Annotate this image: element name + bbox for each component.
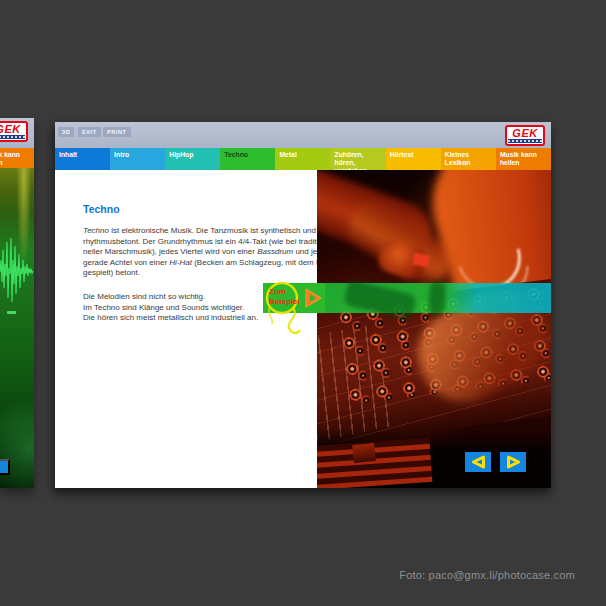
right-arrow-icon bbox=[505, 455, 522, 469]
tab-hoertest[interactable]: Hörtest bbox=[386, 148, 441, 170]
next-page-button[interactable] bbox=[500, 452, 526, 472]
previous-page-button[interactable] bbox=[465, 452, 491, 472]
paragraph-techno-description: Techno ist elektronische Musik. Die Tanz… bbox=[83, 226, 330, 279]
tab-bar: Inhalt Intro HipHop Techno Metal Zuhören… bbox=[55, 148, 551, 170]
gek-logo: GEK bbox=[0, 121, 28, 142]
gek-logo: GEK bbox=[505, 125, 545, 146]
page-content: Techno Techno ist elektronische Musik. D… bbox=[55, 170, 551, 488]
play-icon bbox=[302, 287, 324, 309]
exit-button[interactable]: EXIT bbox=[78, 127, 101, 137]
tab-techno-active[interactable]: Techno bbox=[220, 148, 275, 170]
print-button[interactable]: PRINT bbox=[103, 127, 131, 137]
app-window: 3D EXIT PRINT GEK Inhalt Intro HipHop Te… bbox=[55, 122, 551, 488]
green-color-band bbox=[317, 283, 551, 313]
tab-inhalt[interactable]: Inhalt bbox=[55, 148, 110, 170]
dj-mixer-photo bbox=[317, 170, 551, 488]
background-window-titlebar: GEK bbox=[0, 118, 34, 148]
waveform-graphic bbox=[0, 230, 34, 320]
background-page-photo bbox=[0, 168, 34, 488]
gek-logo-text: GEK bbox=[0, 123, 26, 135]
gek-logo-subtitle-strip bbox=[0, 135, 25, 139]
zum-beispiel-label: Zum Beispiel bbox=[269, 287, 300, 306]
titlebar: 3D EXIT PRINT GEK bbox=[55, 122, 551, 148]
tab-intro[interactable]: Intro bbox=[110, 148, 165, 170]
paragraph-melodien: Die Melodien sind nicht so wichtig. Im T… bbox=[83, 292, 258, 324]
background-tab-musik-kann-heilen[interactable]: Musik kann heilen bbox=[0, 148, 34, 168]
tab-zuhoeren[interactable]: Zuhören, hören, verstehen bbox=[331, 148, 386, 170]
page-title: Techno bbox=[83, 203, 120, 215]
gek-logo-subtitle-strip bbox=[508, 139, 542, 143]
gek-logo-text: GEK bbox=[507, 127, 543, 139]
3d-button[interactable]: 3D bbox=[58, 127, 74, 137]
zum-beispiel-button[interactable]: Zum Beispiel bbox=[263, 283, 325, 313]
tab-hiphop[interactable]: HipHop bbox=[165, 148, 220, 170]
green-marker bbox=[7, 311, 16, 314]
background-nav-button[interactable] bbox=[0, 459, 10, 475]
tab-musik-kann-heilen[interactable]: Musik kann heilen bbox=[496, 148, 551, 170]
background-window: GEK Musik kann heilen bbox=[0, 118, 34, 488]
tab-kleines-lexikon[interactable]: Kleines Lexikon bbox=[441, 148, 496, 170]
left-arrow-icon bbox=[470, 455, 487, 469]
tab-metal[interactable]: Metal bbox=[275, 148, 330, 170]
photo-credit: Foto: paco@gmx.li/photocase.com bbox=[399, 569, 575, 581]
